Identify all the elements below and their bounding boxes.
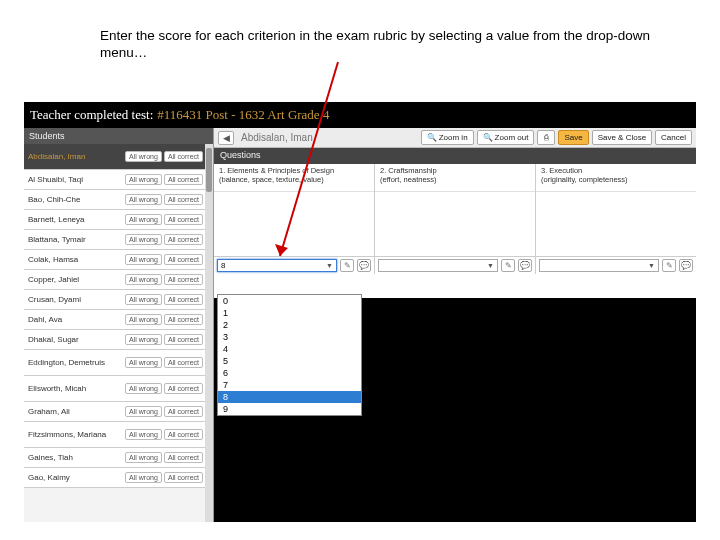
all-wrong-button[interactable]: All wrong (125, 406, 162, 417)
student-name: Dhakal, Sugar (24, 336, 125, 344)
question-footer: ▼✎💬 (536, 256, 696, 274)
dropdown-option[interactable]: 2 (218, 319, 361, 331)
all-correct-button[interactable]: All correct (164, 151, 203, 162)
all-correct-button[interactable]: All correct (164, 194, 203, 205)
student-name: Abdisalan, Iman (24, 153, 125, 161)
student-row[interactable]: Fitzsimmons, MarianaAll wrongAll correct (24, 422, 205, 448)
dropdown-option[interactable]: 8 (218, 391, 361, 403)
zoom-in-icon: 🔍 (427, 133, 437, 142)
all-correct-button[interactable]: All correct (164, 357, 203, 368)
all-correct-button[interactable]: All correct (164, 174, 203, 185)
student-name: Fitzsimmons, Mariana (24, 431, 125, 439)
question-header: 3. Execution(originality, completeness) (536, 164, 696, 192)
all-wrong-button[interactable]: All wrong (125, 429, 162, 440)
all-wrong-button[interactable]: All wrong (125, 383, 162, 394)
comment-icon[interactable]: 💬 (518, 259, 532, 272)
all-wrong-button[interactable]: All wrong (125, 472, 162, 483)
comment-icon[interactable]: 💬 (357, 259, 371, 272)
all-wrong-button[interactable]: All wrong (125, 314, 162, 325)
student-row[interactable]: Bao, Chih-CheAll wrongAll correct (24, 190, 205, 210)
all-correct-button[interactable]: All correct (164, 254, 203, 265)
scrollbar-thumb[interactable] (206, 148, 212, 192)
sidebar-scrollbar[interactable] (205, 144, 213, 522)
score-dropdown-list[interactable]: 0123456789 (217, 294, 362, 416)
all-correct-button[interactable]: All correct (164, 294, 203, 305)
student-name: Gao, Kaimy (24, 474, 125, 482)
main-panel: ◀ Abdisalan, Iman 🔍Zoom in 🔍Zoom out ⎙ S… (214, 128, 696, 298)
student-row[interactable]: Colak, HamsaAll wrongAll correct (24, 250, 205, 270)
title-prefix: Teacher completed test: (30, 107, 153, 123)
dropdown-option[interactable]: 1 (218, 307, 361, 319)
all-correct-button[interactable]: All correct (164, 429, 203, 440)
question-header: 2. Craftsmanship(effort, neatness) (375, 164, 535, 192)
student-name: Barnett, Leneya (24, 216, 125, 224)
question-column: 1. Elements & Principles of Design(balan… (214, 164, 375, 274)
student-row[interactable]: Barnett, LeneyaAll wrongAll correct (24, 210, 205, 230)
student-row[interactable]: Graham, AliAll wrongAll correct (24, 402, 205, 422)
score-select[interactable]: ▼ (539, 259, 659, 272)
student-row[interactable]: Eddington, DemetruisAll wrongAll correct (24, 350, 205, 376)
dropdown-option[interactable]: 7 (218, 379, 361, 391)
zoom-out-icon: 🔍 (483, 133, 493, 142)
instruction-text: Enter the score for each criterion in th… (100, 28, 660, 62)
all-correct-button[interactable]: All correct (164, 406, 203, 417)
cancel-button[interactable]: Cancel (655, 130, 692, 145)
back-button[interactable]: ◀ (218, 131, 234, 145)
student-row[interactable]: Gao, KaimyAll wrongAll correct (24, 468, 205, 488)
score-value: 8 (221, 261, 225, 270)
student-row[interactable]: Ellsworth, MicahAll wrongAll correct (24, 376, 205, 402)
sidebar-title: Students (29, 131, 65, 141)
all-correct-button[interactable]: All correct (164, 472, 203, 483)
zoom-in-button[interactable]: 🔍Zoom in (421, 130, 474, 145)
dropdown-option[interactable]: 9 (218, 403, 361, 415)
edit-icon[interactable]: ✎ (662, 259, 676, 272)
edit-icon[interactable]: ✎ (501, 259, 515, 272)
all-correct-button[interactable]: All correct (164, 214, 203, 225)
all-wrong-button[interactable]: All wrong (125, 214, 162, 225)
all-correct-button[interactable]: All correct (164, 314, 203, 325)
student-name: Gaines, Tiah (24, 454, 125, 462)
question-header: 1. Elements & Principles of Design(balan… (214, 164, 374, 192)
dropdown-option[interactable]: 3 (218, 331, 361, 343)
all-wrong-button[interactable]: All wrong (125, 357, 162, 368)
all-correct-button[interactable]: All correct (164, 334, 203, 345)
student-row[interactable]: Copper, JahielAll wrongAll correct (24, 270, 205, 290)
student-name: Bao, Chih-Che (24, 196, 125, 204)
student-row[interactable]: Al Shuaibi, TaqiAll wrongAll correct (24, 170, 205, 190)
all-wrong-button[interactable]: All wrong (125, 452, 162, 463)
student-row[interactable]: Abdisalan, ImanAll wrongAll correct (24, 144, 205, 170)
all-wrong-button[interactable]: All wrong (125, 234, 162, 245)
student-name: Crusan, Dyami (24, 296, 125, 304)
all-wrong-button[interactable]: All wrong (125, 151, 162, 162)
comment-icon[interactable]: 💬 (679, 259, 693, 272)
all-wrong-button[interactable]: All wrong (125, 174, 162, 185)
question-column: 3. Execution(originality, completeness)▼… (536, 164, 696, 274)
score-select[interactable]: 8▼ (217, 259, 337, 272)
student-row[interactable]: Dhakal, SugarAll wrongAll correct (24, 330, 205, 350)
students-sidebar: Students Abdisalan, ImanAll wrongAll cor… (24, 128, 214, 522)
all-wrong-button[interactable]: All wrong (125, 274, 162, 285)
all-wrong-button[interactable]: All wrong (125, 294, 162, 305)
all-correct-button[interactable]: All correct (164, 383, 203, 394)
all-wrong-button[interactable]: All wrong (125, 254, 162, 265)
student-row[interactable]: Dahl, AvaAll wrongAll correct (24, 310, 205, 330)
all-correct-button[interactable]: All correct (164, 234, 203, 245)
all-correct-button[interactable]: All correct (164, 452, 203, 463)
dropdown-option[interactable]: 0 (218, 295, 361, 307)
save-button[interactable]: Save (558, 130, 588, 145)
score-select[interactable]: ▼ (378, 259, 498, 272)
edit-icon[interactable]: ✎ (340, 259, 354, 272)
all-correct-button[interactable]: All correct (164, 274, 203, 285)
dropdown-option[interactable]: 4 (218, 343, 361, 355)
all-wrong-button[interactable]: All wrong (125, 334, 162, 345)
print-button[interactable]: ⎙ (537, 130, 555, 145)
student-row[interactable]: Gaines, TiahAll wrongAll correct (24, 448, 205, 468)
dropdown-option[interactable]: 5 (218, 355, 361, 367)
all-wrong-button[interactable]: All wrong (125, 194, 162, 205)
student-row[interactable]: Blattana, TymairAll wrongAll correct (24, 230, 205, 250)
toolbar: ◀ Abdisalan, Iman 🔍Zoom in 🔍Zoom out ⎙ S… (214, 128, 696, 148)
dropdown-option[interactable]: 6 (218, 367, 361, 379)
save-close-button[interactable]: Save & Close (592, 130, 652, 145)
zoom-out-button[interactable]: 🔍Zoom out (477, 130, 535, 145)
student-row[interactable]: Crusan, DyamiAll wrongAll correct (24, 290, 205, 310)
